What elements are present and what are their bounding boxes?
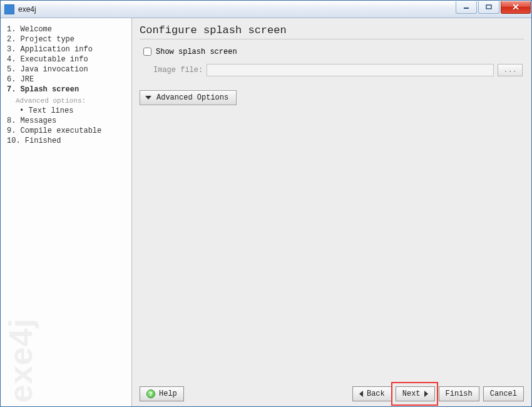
page-title: Configure splash screen	[140, 24, 524, 39]
maximize-icon	[486, 4, 492, 9]
footer: ? Help Back Next Finish Cancel	[140, 381, 524, 401]
step-finished[interactable]: 10. Finished	[7, 136, 126, 146]
step-messages[interactable]: 8. Messages	[7, 116, 126, 126]
step-splash-screen[interactable]: 7. Splash screen	[7, 85, 126, 95]
step-application-info[interactable]: 3. Application info	[7, 44, 126, 54]
arrow-left-icon	[359, 391, 363, 397]
maximize-button[interactable]	[478, 1, 499, 14]
image-file-row: Image file: ...	[140, 58, 524, 76]
step-welcome[interactable]: 1. Welcome	[7, 24, 126, 34]
minimize-icon	[463, 4, 469, 9]
svg-rect-0	[464, 8, 469, 9]
show-splash-label: Show splash screen	[156, 48, 237, 56]
advanced-options-header: Advanced options:	[7, 96, 126, 106]
finish-button[interactable]: Finish	[439, 386, 479, 401]
step-compile[interactable]: 9. Compile executable	[7, 126, 126, 136]
step-java-invocation[interactable]: 5. Java invocation	[7, 64, 126, 75]
window-title: exe4j	[18, 5, 36, 14]
show-splash-row[interactable]: Show splash screen	[140, 46, 524, 58]
form-area: Show splash screen Image file: ... Advan…	[140, 39, 524, 105]
close-button[interactable]	[501, 1, 531, 14]
help-icon: ?	[146, 389, 155, 398]
arrow-right-icon	[424, 391, 428, 397]
sidebar-brand: exe4j	[2, 318, 39, 403]
cancel-button[interactable]: Cancel	[483, 386, 524, 401]
browse-button[interactable]: ...	[498, 64, 523, 76]
step-list: 1. Welcome 2. Project type 3. Applicatio…	[7, 24, 126, 146]
step-project-type[interactable]: 2. Project type	[7, 34, 126, 44]
step-advanced-sub: Advanced options: • Text lines	[7, 96, 126, 116]
app-window: exe4j 1. Welcome 2. Project type 3. Appl…	[0, 0, 532, 407]
body: 1. Welcome 2. Project type 3. Applicatio…	[1, 18, 531, 406]
show-splash-checkbox[interactable]	[143, 48, 151, 56]
step-executable-info[interactable]: 4. Executable info	[7, 54, 126, 64]
window-controls	[454, 1, 531, 14]
step-jre[interactable]: 6. JRE	[7, 75, 126, 85]
footer-right: Back Next Finish Cancel	[352, 386, 524, 401]
image-file-input[interactable]	[207, 64, 494, 76]
titlebar[interactable]: exe4j	[1, 1, 531, 18]
help-button[interactable]: ? Help	[140, 386, 184, 401]
main-panel: Configure splash screen Show splash scre…	[132, 18, 531, 406]
back-button[interactable]: Back	[352, 386, 392, 401]
next-button[interactable]: Next	[396, 386, 435, 401]
chevron-down-icon	[145, 96, 151, 100]
advanced-options-button[interactable]: Advanced Options	[140, 90, 237, 105]
sidebar: 1. Welcome 2. Project type 3. Applicatio…	[1, 18, 132, 406]
minimize-button[interactable]	[456, 1, 477, 14]
sub-text-lines[interactable]: • Text lines	[7, 106, 126, 116]
close-icon	[512, 4, 519, 10]
svg-rect-1	[486, 5, 491, 9]
app-icon	[4, 4, 14, 14]
image-file-label: Image file:	[153, 66, 203, 75]
